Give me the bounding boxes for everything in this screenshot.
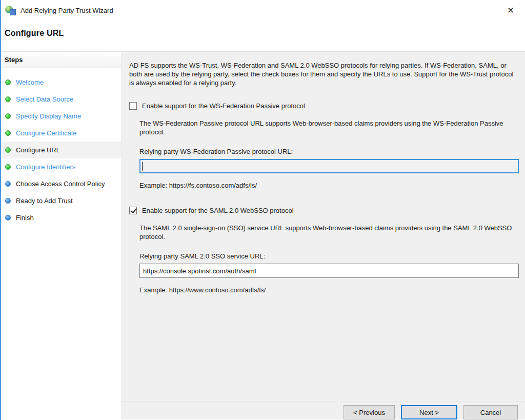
sidebar-item-ready-to-add-trust: Ready to Add Trust (0, 192, 121, 209)
wsfed-example-text: Example: https://fs.contoso.com/adfs/ls/ (139, 181, 519, 190)
saml-checkbox[interactable] (129, 207, 137, 214)
window-left-accent-border (0, 0, 1, 420)
sidebar-item-configure-identifiers[interactable]: Configure Identifiers (0, 158, 121, 175)
steps-header: Steps (0, 52, 121, 68)
heading-row: Configure URL (0, 21, 525, 52)
step-complete-bullet-icon (5, 164, 11, 170)
intro-text: AD FS supports the WS-Trust, WS-Federati… (129, 61, 519, 87)
next-button[interactable]: Next > (401, 405, 457, 419)
cancel-button[interactable]: Cancel (463, 405, 518, 419)
saml-checkbox-label[interactable]: Enable support for the SAML 2.0 WebSSO p… (142, 206, 294, 215)
sidebar-item-choose-access-control-policy: Choose Access Control Policy (0, 175, 121, 192)
step-complete-bullet-icon (5, 130, 11, 136)
sidebar-item-select-data-source[interactable]: Select Data Source (0, 91, 121, 108)
wizard-footer: < Previous Next > Cancel (122, 401, 525, 419)
text-caret (142, 162, 143, 171)
step-complete-bullet-icon (5, 113, 11, 119)
sidebar-item-welcome[interactable]: Welcome (0, 74, 121, 91)
wsfed-checkbox-row: Enable support for the WS-Federation Pas… (129, 102, 519, 110)
saml-description: The SAML 2.0 single-sign-on (SSO) servic… (139, 224, 519, 241)
sidebar-item-finish: Finish (0, 209, 121, 226)
page-title: Configure URL (5, 29, 64, 37)
saml-example-text: Example: https://www.contoso.com/adfs/ls… (139, 286, 519, 294)
steps-sidebar: Steps Welcome Select Data Source Specify… (0, 52, 122, 419)
wsfed-checkbox[interactable] (129, 102, 137, 110)
previous-button[interactable]: < Previous (344, 405, 395, 419)
saml-checkbox-row: Enable support for the SAML 2.0 WebSSO p… (129, 206, 519, 215)
sidebar-item-configure-certificate[interactable]: Configure Certificate (0, 125, 121, 142)
saml-url-label: Relying party SAML 2.0 SSO service URL: (139, 252, 519, 261)
step-upcoming-bullet-icon (5, 181, 11, 187)
wsfed-url-input[interactable] (139, 159, 519, 173)
step-complete-bullet-icon (5, 96, 11, 102)
steps-list: Welcome Select Data Source Specify Displ… (0, 68, 121, 226)
step-complete-bullet-icon (5, 79, 11, 85)
window-title: Add Relying Party Trust Wizard (21, 7, 113, 14)
organization-grid-icon (10, 9, 16, 15)
title-bar: Add Relying Party Trust Wizard ✕ (0, 0, 525, 21)
saml-url-input[interactable] (139, 264, 519, 278)
wsfed-url-label: Relying party WS-Federation Passive prot… (139, 147, 519, 156)
wsfed-description: The WS-Federation Passive protocol URL s… (139, 119, 519, 136)
sidebar-item-specify-display-name[interactable]: Specify Display Name (0, 108, 121, 125)
close-icon[interactable]: ✕ (504, 4, 517, 16)
configure-url-content: AD FS supports the WS-Trust, WS-Federati… (122, 52, 525, 401)
step-complete-bullet-icon (5, 147, 11, 153)
sidebar-item-configure-url-current[interactable]: Configure URL (0, 142, 121, 158)
step-upcoming-bullet-icon (5, 215, 11, 221)
wsfed-checkbox-label[interactable]: Enable support for the WS-Federation Pas… (142, 102, 305, 110)
main-panel: AD FS supports the WS-Trust, WS-Federati… (122, 52, 525, 419)
wizard-window: Add Relying Party Trust Wizard ✕ Configu… (0, 0, 525, 420)
adfs-app-icon (5, 6, 16, 15)
step-upcoming-bullet-icon (5, 198, 11, 204)
